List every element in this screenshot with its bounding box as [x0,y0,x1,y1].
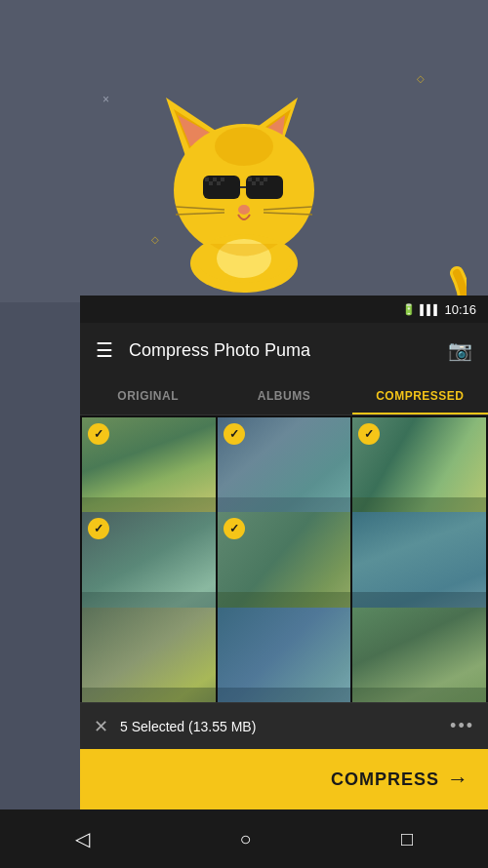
home-button[interactable]: ○ [229,818,261,860]
status-bar: 🔋 ▌▌▌ 10:16 [80,296,488,323]
photo-cell-9[interactable]: 2.64 MB3264 x 1836 [352,608,486,702]
toolbar: ☰ Compress Photo Puma 📷 [80,323,488,377]
deco-x-1: × [102,93,109,106]
svg-point-7 [215,127,273,166]
svg-point-21 [238,205,250,215]
check-mark-3 [358,423,380,445]
svg-rect-18 [256,178,260,181]
photo-cell-7[interactable]: 2.96 MB3264 x 1836 [82,608,216,702]
app-card: ☰ Compress Photo Puma 📷 ORIGINAL ALBUMS … [80,323,488,809]
check-mark-5 [224,518,245,539]
svg-rect-13 [213,178,217,181]
tab-original[interactable]: ORIGINAL [80,377,216,414]
recents-button[interactable]: □ [391,818,423,860]
deco-diamond-1: ◇ [417,73,425,84]
svg-rect-19 [260,181,264,185]
toolbar-title: Compress Photo Puma [129,340,448,361]
more-options-button[interactable]: ••• [450,716,474,736]
photo-cell-8[interactable]: 3.31 MB1836 x 3264 [218,608,351,702]
compress-label: COMPRESS [331,769,439,790]
mascot-area [137,39,351,293]
camera-icon[interactable]: 📷 [448,338,472,362]
tabs-bar: ORIGINAL ALBUMS COMPRESSED [80,377,488,415]
close-selection-button[interactable]: ✕ [94,716,108,737]
svg-rect-11 [205,178,209,181]
back-button[interactable]: ◁ [65,817,100,860]
check-mark-2 [224,423,245,445]
tab-compressed[interactable]: COMPRESSED [352,377,488,414]
svg-rect-20 [264,178,267,181]
compress-button[interactable]: COMPRESS → [80,749,488,809]
check-mark-1 [88,423,109,445]
svg-rect-14 [217,181,221,185]
svg-rect-12 [209,181,213,185]
photo-grid: 3.44 MB1836 x 32643.33 MB3264 x 18362.32… [80,415,488,702]
svg-rect-15 [221,178,224,181]
compress-arrow-icon: → [447,767,468,792]
check-mark-4 [88,518,109,539]
svg-rect-16 [248,178,252,181]
selection-text: 5 Selected (13.55 MB) [120,719,450,734]
selection-bar: ✕ 5 Selected (13.55 MB) ••• [80,702,488,749]
menu-icon[interactable]: ☰ [96,338,113,362]
tab-albums[interactable]: ALBUMS [216,377,351,414]
navigation-bar: ◁ ○ □ [0,809,488,868]
signal-icon: ▌▌▌ [420,304,440,315]
svg-rect-17 [252,181,256,185]
status-icons: 🔋 ▌▌▌ 10:16 [402,302,476,317]
status-time: 10:16 [444,302,476,317]
battery-icon: 🔋 [402,303,416,316]
